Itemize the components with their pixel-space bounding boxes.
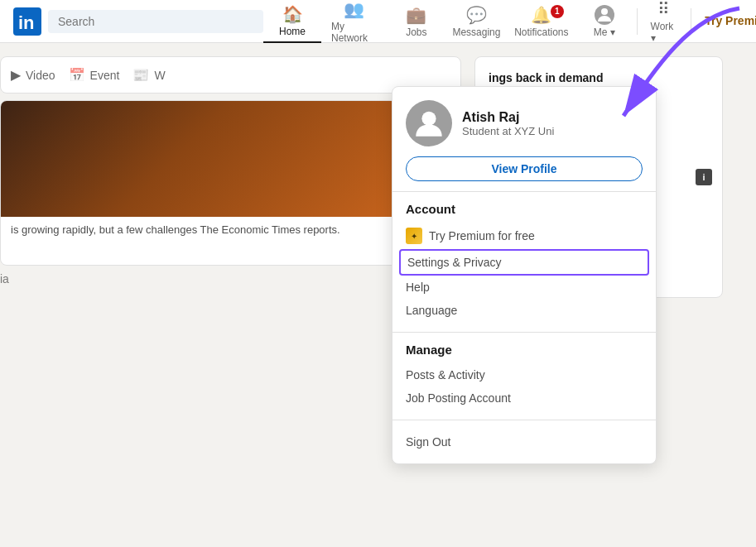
svg-point-2 [601, 8, 608, 15]
dropdown-user-title: Student at XYZ Uni [462, 125, 554, 137]
account-section-title: Account [406, 202, 643, 216]
language-item[interactable]: Language [406, 299, 643, 322]
nav-notifications-label: Notifications [514, 26, 568, 38]
filter-w-label: W [154, 69, 165, 82]
premium-icon: ✦ [406, 228, 422, 244]
nav-me[interactable]: Me ▾ [575, 0, 633, 43]
filter-event-label: Event [90, 69, 120, 82]
try-premium-link[interactable]: Try Premium for free [695, 13, 756, 28]
network-icon: 👥 [344, 0, 364, 19]
video-icon: ▶ [11, 67, 21, 83]
avatar-icon [595, 5, 614, 25]
nav-network-label: My Network [331, 21, 378, 44]
job-posting-item[interactable]: Job Posting Account [406, 386, 643, 410]
help-item[interactable]: Help [406, 276, 643, 299]
nav-divider-2 [691, 8, 691, 35]
dropdown-menu: Atish Raj Student at XYZ Uni View Profil… [392, 86, 657, 464]
newsletter-icon: 📰 [132, 67, 149, 83]
nav-home[interactable]: 🏠 Home [263, 0, 321, 43]
search-container [48, 10, 263, 33]
nav-jobs-label: Jobs [406, 26, 426, 38]
nav-work-label: Work ▾ [651, 21, 678, 44]
dropdown-user-name: Atish Raj [462, 110, 554, 125]
dropdown-avatar-icon [412, 107, 445, 140]
jobs-icon: 💼 [406, 5, 426, 25]
home-icon: 🏠 [282, 4, 303, 24]
job-posting-label: Job Posting Account [406, 391, 511, 405]
event-icon: 📅 [69, 67, 85, 83]
help-item-label: Help [406, 281, 430, 294]
news-title-1: ings back in demand [489, 70, 709, 87]
nav-items: 🏠 Home 👥 My Network 💼 Jobs 💬 Messaging 🔔… [263, 0, 756, 43]
dropdown-profile: Atish Raj Student at XYZ Uni [392, 87, 656, 156]
manage-section: Manage Posts & Activity Job Posting Acco… [392, 333, 656, 410]
dropdown-user-info: Atish Raj Student at XYZ Uni [462, 110, 554, 137]
filter-event[interactable]: 📅 Event [69, 67, 120, 83]
nav-work[interactable]: ⠿ Work ▾ [641, 0, 688, 43]
me-avatar [595, 5, 614, 25]
dropdown-avatar [406, 100, 452, 146]
filter-w[interactable]: 📰 W [132, 67, 165, 83]
svg-text:in: in [18, 12, 35, 33]
notifications-icon: 🔔 [531, 5, 551, 25]
notifications-badge: 1 [551, 5, 564, 18]
account-section: Account ✦ Try Premium for free Settings … [392, 192, 656, 322]
linkedin-logo: in [13, 7, 41, 36]
filter-video-label: Video [26, 69, 55, 82]
nav-home-label: Home [279, 26, 306, 37]
settings-privacy-label: Settings & Privacy [407, 256, 502, 269]
nav-my-network[interactable]: 👥 My Network [321, 0, 388, 43]
messaging-icon: 💬 [466, 5, 487, 25]
language-item-label: Language [406, 304, 457, 317]
nav-me-label: Me ▾ [594, 26, 615, 38]
search-input[interactable] [48, 10, 263, 33]
posts-activity-item[interactable]: Posts & Activity [406, 363, 643, 386]
posts-activity-label: Posts & Activity [406, 368, 485, 381]
nav-messaging-label: Messaging [452, 26, 500, 38]
premium-item[interactable]: ✦ Try Premium for free [406, 223, 643, 249]
svg-point-3 [421, 112, 436, 126]
page-background: ▶ Video 📅 Event 📰 W is growing rapidly, … [0, 43, 756, 547]
sign-out-item[interactable]: Sign Out [406, 430, 643, 453]
premium-item-label: Try Premium for free [429, 229, 535, 242]
nav-divider [637, 8, 638, 35]
manage-section-title: Manage [406, 343, 643, 357]
view-profile-button[interactable]: View Profile [406, 156, 643, 181]
dropdown-bottom: Sign Out [392, 420, 656, 463]
filter-bar: ▶ Video 📅 Event 📰 W [0, 56, 461, 94]
info-badge: i [696, 169, 712, 185]
filter-video[interactable]: ▶ Video [11, 67, 55, 83]
nav-messaging[interactable]: 💬 Messaging [445, 0, 508, 43]
work-grid-icon: ⠿ [657, 0, 670, 19]
nav-jobs[interactable]: 💼 Jobs [388, 0, 445, 43]
settings-privacy-item[interactable]: Settings & Privacy [399, 249, 649, 276]
navbar: in 🏠 Home 👥 My Network 💼 Jobs 💬 Messagin… [0, 0, 756, 43]
nav-notifications[interactable]: 🔔 1 Notifications [508, 0, 575, 43]
